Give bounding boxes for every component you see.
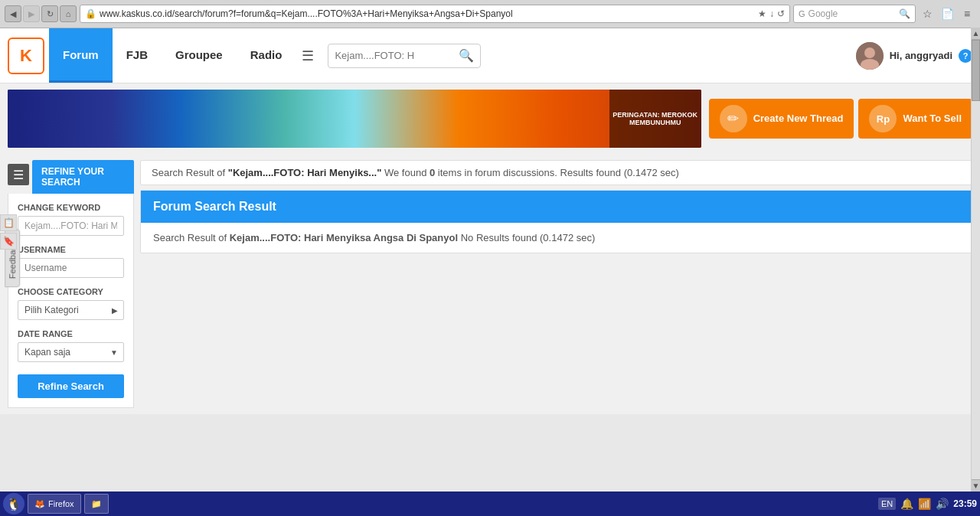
user-area: Hi, anggryadi ? (856, 42, 972, 70)
date-range-select-wrapper: Kapan saja ▼ (18, 342, 124, 362)
browser-search-text: Google (808, 8, 899, 19)
category-select[interactable]: Pilih Kategori (18, 300, 124, 320)
scrollbar-track (972, 40, 980, 479)
result-bar-suffix2: items in forum discussions. Results foun… (435, 167, 679, 178)
browser-toolbar-right-icons: ☆ 📄 ≡ (919, 5, 975, 22)
home-button[interactable]: ⌂ (60, 5, 77, 22)
forum-result-body: Search Result of Kejam....FOTO: Hari Men… (141, 223, 972, 253)
result-bar-suffix: We found (381, 167, 430, 178)
nav-tab-forum[interactable]: Forum (49, 28, 113, 83)
side-icon-2[interactable]: 🔖 (0, 233, 17, 250)
address-bar[interactable]: 🔒 www.kaskus.co.id/search/forum?f=forum&… (80, 5, 790, 23)
bookmark-star-icon[interactable]: ★ (758, 8, 766, 19)
folder-taskbar-btn[interactable]: 📁 (84, 494, 109, 514)
no-results-term: Kejam....FOTO: Hari Menyiksa Angsa Di Sp… (230, 232, 458, 243)
nav-tabs: Forum FJB Groupee Radio (49, 28, 296, 83)
search-term-highlighted: "Kejam....FOTO: Hari Menyiks..." (228, 167, 382, 178)
hamburger-icon[interactable]: ☰ (302, 47, 314, 64)
result-bar-prefix: Search Result of (152, 167, 228, 178)
nav-tab-fjb[interactable]: FJB (113, 28, 162, 83)
refine-search-body: CHANGE KEYWORD USERNAME CHOOSE CATEGORY … (8, 194, 134, 408)
language-indicator: EN (878, 498, 896, 510)
notification-icon: 🔔 (900, 498, 913, 510)
create-thread-label: Create New Thread (753, 113, 844, 125)
refresh-icon[interactable]: ↺ (777, 8, 785, 19)
no-results-prefix: Search Result of (153, 232, 230, 243)
no-results-suffix: No Results found (0.1472 sec) (458, 232, 595, 243)
site-logo[interactable]: K (8, 38, 44, 74)
choose-category-label: CHOOSE CATEGORY (18, 287, 124, 296)
search-magnifier-icon[interactable]: 🔍 (899, 8, 910, 19)
create-thread-icon: ✏ (720, 105, 747, 132)
action-buttons: ✏ Create New Thread Rp Want To Sell (709, 99, 972, 139)
banner-warning-overlay: PERINGATAN: MEROKOK MEMBUNUHMU (609, 90, 701, 148)
site-header: K Forum FJB Groupee Radio ☰ 🔍 Hi, anggry… (0, 28, 980, 83)
banner-image: PERINGATAN: MEROKOK MEMBUNUHMU (8, 90, 701, 148)
keyword-input[interactable] (18, 216, 124, 236)
greeting-text: Hi, anggryadi (890, 50, 952, 61)
date-range-label: DATE RANGE (18, 329, 124, 338)
scrollbar-down-button[interactable]: ▼ (972, 479, 980, 492)
user-avatar (856, 42, 884, 70)
site-search-icon[interactable]: 🔍 (459, 48, 474, 63)
search-result-bar: Search Result of "Kejam....FOTO: Hari Me… (140, 160, 972, 185)
want-to-sell-button[interactable]: Rp Want To Sell (858, 99, 972, 139)
scrollbar-up-button[interactable]: ▲ (972, 28, 980, 40)
create-thread-button[interactable]: ✏ Create New Thread (709, 99, 854, 139)
banner-warning-text: PERINGATAN: MEROKOK MEMBUNUHMU (612, 111, 698, 126)
scrollbar-thumb[interactable] (972, 40, 980, 101)
banner-area: PERINGATAN: MEROKOK MEMBUNUHMU ✏ Create … (0, 83, 980, 154)
google-icon: G (799, 9, 805, 18)
browser-chrome: ◀ ▶ ↻ ⌂ 🔒 www.kaskus.co.id/search/forum?… (0, 0, 980, 28)
firefox-icon: 🦊 (34, 499, 45, 509)
download-icon[interactable]: ↓ (769, 8, 774, 19)
start-icon: 🐧 (6, 497, 21, 511)
browser-search-box[interactable]: G Google 🔍 (793, 5, 916, 23)
category-select-wrapper: Pilih Kategori ▶ (18, 300, 124, 320)
side-icon-1[interactable]: 📋 (0, 214, 17, 231)
address-text: www.kaskus.co.id/search/forum?f=forum&q=… (100, 8, 758, 19)
start-button[interactable]: 🐧 (3, 493, 24, 514)
refine-search-header: REFINE YOUR SEARCH (32, 160, 134, 194)
back-button[interactable]: ◀ (5, 5, 21, 22)
browser-toolbar: ◀ ▶ ↻ ⌂ 🔒 www.kaskus.co.id/search/forum?… (0, 0, 980, 28)
want-to-sell-icon: Rp (869, 105, 897, 132)
forum-result-title: Forum Search Result (141, 191, 972, 223)
address-bar-icons: ★ ↓ ↺ (758, 8, 785, 19)
taskbar-right: EN 🔔 📶 🔊 23:59 (878, 498, 977, 510)
want-to-sell-label: Want To Sell (903, 113, 962, 125)
reload-button[interactable]: ↻ (41, 5, 58, 22)
site-search-box[interactable]: 🔍 (328, 44, 481, 68)
refine-search-button[interactable]: Refine Search (18, 374, 124, 398)
sidebar: ☰ REFINE YOUR SEARCH CHANGE KEYWORD USER… (8, 160, 134, 408)
menu-icon[interactable]: ≡ (959, 5, 975, 22)
date-range-select[interactable]: Kapan saja (18, 342, 124, 362)
nav-tab-radio[interactable]: Radio (237, 28, 296, 83)
svg-point-1 (864, 47, 875, 58)
bookmark-icon[interactable]: ☆ (919, 5, 936, 22)
folder-icon: 📁 (91, 499, 102, 509)
clock-display: 23:59 (953, 498, 977, 509)
firefox-taskbar-btn[interactable]: 🦊 Firefox (28, 494, 81, 514)
volume-icon: 🔊 (936, 498, 949, 510)
left-icon-bar: 📋 🔖 (0, 214, 17, 250)
site-search-input[interactable] (335, 50, 459, 61)
right-scrollbar: ▲ ▼ (971, 28, 980, 492)
username-label: USERNAME (18, 245, 124, 254)
nav-buttons: ◀ ▶ ↻ ⌂ (5, 5, 77, 22)
network-icon: 📶 (918, 498, 931, 510)
page-icon[interactable]: 📄 (939, 5, 956, 22)
site-wrapper: K Forum FJB Groupee Radio ☰ 🔍 Hi, anggry… (0, 28, 980, 414)
content-area: Search Result of "Kejam....FOTO: Hari Me… (140, 160, 972, 408)
forward-button[interactable]: ▶ (23, 5, 40, 22)
firefox-label: Firefox (48, 499, 74, 508)
main-content: ☰ REFINE YOUR SEARCH CHANGE KEYWORD USER… (0, 154, 980, 414)
forum-result-box: Forum Search Result Search Result of Kej… (140, 190, 972, 253)
taskbar: 🐧 🦊 Firefox 📁 EN 🔔 📶 🔊 23:59 (0, 492, 980, 516)
change-keyword-label: CHANGE KEYWORD (18, 203, 124, 212)
username-input[interactable] (18, 258, 124, 278)
nav-tab-groupee[interactable]: Groupee (162, 28, 237, 83)
sidebar-toggle-button[interactable]: ☰ (8, 164, 29, 185)
